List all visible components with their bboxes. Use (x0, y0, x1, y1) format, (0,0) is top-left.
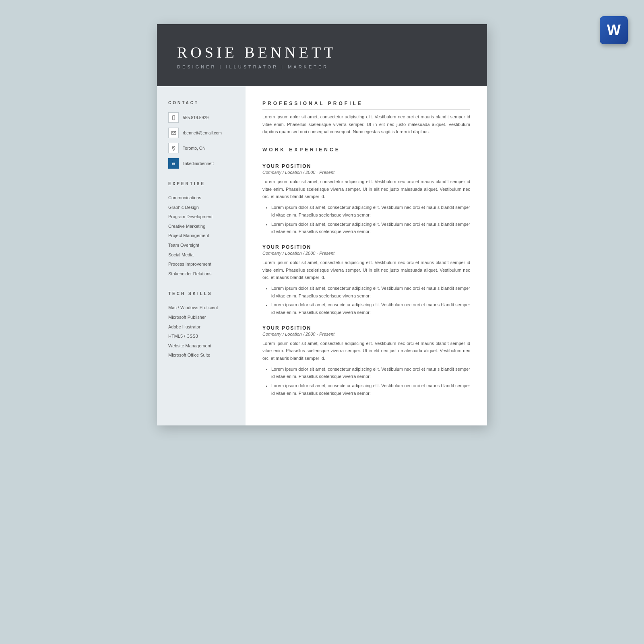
contact-email: rbennett@email.com (168, 128, 234, 138)
list-item: Lorem ipsum dolor sit amet, consectetur … (271, 285, 470, 299)
work-entry-1: YOUR POSITION Company / Location / 2000 … (262, 163, 470, 235)
contact-linkedin: in linkedin/rbennett (168, 158, 234, 169)
job-company-2: Company / Location / 2000 - Present (262, 251, 470, 256)
list-item: Lorem ipsum dolor sit amet, consectetur … (271, 204, 470, 219)
list-item: Stakeholder Relations (168, 269, 234, 279)
list-item: Lorem ipsum dolor sit amet, consectetur … (271, 221, 470, 235)
list-item: Microsoft Office Suite (168, 351, 234, 360)
job-desc-1: Lorem ipsum dolor sit amet, consectetur … (262, 178, 470, 200)
job-desc-3: Lorem ipsum dolor sit amet, consectetur … (262, 340, 470, 362)
job-company-1: Company / Location / 2000 - Present (262, 170, 470, 175)
list-item: Process Improvement (168, 260, 234, 269)
job-desc-2: Lorem ipsum dolor sit amet, consectetur … (262, 259, 470, 281)
list-item: Adobe Illustrator (168, 322, 234, 332)
contact-section: CONTACT 555.819.5929 (168, 101, 234, 169)
tech-list: Mac / Windows Proficient Microsoft Publi… (168, 303, 234, 360)
list-item: Program Development (168, 212, 234, 222)
work-experience-section: WORK EXPERIENCE YOUR POSITION Company / … (262, 147, 470, 397)
phone-icon (168, 112, 179, 123)
profile-text: Lorem ipsum dolor sit amet, consectetur … (262, 113, 470, 136)
job-bullets-3: Lorem ipsum dolor sit amet, consectetur … (262, 365, 470, 397)
expertise-section: EXPERTISE Communications Graphic Design … (168, 182, 234, 279)
list-item: Project Management (168, 231, 234, 241)
job-title-1: YOUR POSITION (262, 163, 470, 169)
work-entry-2: YOUR POSITION Company / Location / 2000 … (262, 244, 470, 316)
list-item: Mac / Windows Proficient (168, 303, 234, 313)
profile-section-title: PROFESSIONAL PROFILE (262, 101, 470, 110)
work-experience-title: WORK EXPERIENCE (262, 147, 470, 156)
linkedin-value: linkedin/rbennett (183, 161, 214, 166)
list-item: Team Oversight (168, 241, 234, 250)
word-icon: W (600, 16, 628, 44)
job-bullets-1: Lorem ipsum dolor sit amet, consectetur … (262, 204, 470, 235)
contact-location: Toronto, ON (168, 143, 234, 153)
list-item: Social Media (168, 250, 234, 260)
profile-section: PROFESSIONAL PROFILE Lorem ipsum dolor s… (262, 101, 470, 136)
list-item: Communications (168, 193, 234, 203)
work-entry-3: YOUR POSITION Company / Location / 2000 … (262, 325, 470, 397)
job-title-2: YOUR POSITION (262, 244, 470, 250)
job-bullets-2: Lorem ipsum dolor sit amet, consectetur … (262, 285, 470, 316)
expertise-list: Communications Graphic Design Program De… (168, 193, 234, 279)
tech-skills-section: TECH SKILLS Mac / Windows Proficient Mic… (168, 291, 234, 360)
contact-title: CONTACT (168, 101, 234, 105)
linkedin-icon: in (168, 158, 179, 169)
tech-skills-title: TECH SKILLS (168, 291, 234, 296)
list-item: Lorem ipsum dolor sit amet, consectetur … (271, 382, 470, 397)
candidate-tagline: DESIGNER | ILLUSTRATOR | MARKETER (177, 64, 467, 69)
list-item: Microsoft Publisher (168, 313, 234, 322)
email-icon (168, 128, 179, 138)
job-company-3: Company / Location / 2000 - Present (262, 332, 470, 336)
list-item: Lorem ipsum dolor sit amet, consectetur … (271, 365, 470, 380)
list-item: HTML5 / CSS3 (168, 332, 234, 341)
resume-header: ROSIE BENNETT DESIGNER | ILLUSTRATOR | M… (157, 24, 487, 86)
sidebar: CONTACT 555.819.5929 (157, 86, 246, 425)
list-item: Creative Marketing (168, 222, 234, 231)
phone-value: 555.819.5929 (183, 115, 208, 120)
email-value: rbennett@email.com (183, 130, 222, 135)
location-icon (168, 143, 179, 153)
resume-body: CONTACT 555.819.5929 (157, 86, 487, 425)
svg-point-3 (173, 147, 174, 148)
job-title-3: YOUR POSITION (262, 325, 470, 331)
expertise-title: EXPERTISE (168, 182, 234, 186)
list-item: Lorem ipsum dolor sit amet, consectetur … (271, 301, 470, 316)
list-item: Graphic Design (168, 203, 234, 213)
candidate-name: ROSIE BENNETT (177, 43, 467, 61)
resume-container: ROSIE BENNETT DESIGNER | ILLUSTRATOR | M… (157, 24, 487, 425)
list-item: Website Management (168, 341, 234, 351)
location-value: Toronto, ON (183, 146, 206, 151)
main-content: PROFESSIONAL PROFILE Lorem ipsum dolor s… (246, 86, 487, 425)
contact-phone: 555.819.5929 (168, 112, 234, 123)
